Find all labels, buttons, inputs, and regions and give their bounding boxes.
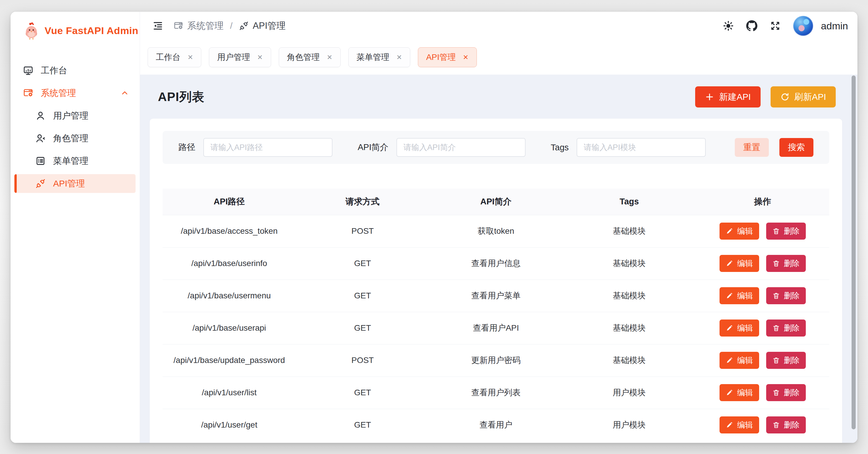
tab-api[interactable]: API管理 ✕ [418,47,476,67]
search-button[interactable]: 搜索 [779,138,813,157]
cell-summary: 更新用户密码 [429,344,562,376]
delete-button[interactable]: 删除 [766,417,806,433]
edit-button[interactable]: 编辑 [719,255,759,272]
cell-summary: 查看用户 [429,409,562,441]
brand-logo: Vue FastAPI Admin [10,12,140,49]
table-row: /api/v1/user/list GET 查看用户列表 用户模块 编辑 删除 [162,376,829,409]
plus-icon [705,92,714,102]
summary-input[interactable] [397,138,526,157]
api-table-body: /api/v1/base/access_token POST 获取token 基… [162,215,829,441]
edit-button[interactable]: 编辑 [719,223,759,239]
delete-button[interactable]: 删除 [766,384,806,401]
tab-close-icon[interactable]: ✕ [257,53,262,61]
sidebar-item-roles[interactable]: 角色管理 [14,129,135,148]
delete-button[interactable]: 删除 [766,223,806,239]
cell-api-path: /api/v1/base/userapi [162,312,296,344]
username[interactable]: admin [821,20,848,32]
create-api-button[interactable]: 新建API [695,86,760,108]
table-row: /api/v1/base/userinfo GET 查看用户信息 基础模块 编辑… [162,247,829,280]
refresh-api-button[interactable]: 刷新API [771,86,836,108]
table-row: /api/v1/base/access_token POST 获取token 基… [162,215,829,247]
table-row: /api/v1/user/get GET 查看用户 用户模块 编辑 删除 [162,409,829,441]
reset-button[interactable]: 重置 [735,138,769,157]
filter-buttons: 重置 搜索 [735,138,813,157]
chick-mascot-icon [24,22,39,40]
trash-icon [772,389,780,396]
page-header: API列表 新建API 刷新API [150,86,842,108]
sidebar-item-label: 角色管理 [53,133,88,144]
window-gear-icon [174,21,183,31]
avatar[interactable] [793,16,813,36]
tags-input[interactable] [577,138,706,157]
table-row: /api/v1/base/userapi GET 查看用户API 基础模块 编辑… [162,312,829,344]
filter-path: 路径 [178,138,333,157]
path-input[interactable] [204,138,333,157]
tab-users[interactable]: 用户管理 ✕ [209,47,271,67]
person-arrow-icon [35,133,46,144]
table-row: /api/v1/base/usermenu GET 查看用户菜单 基础模块 编辑… [162,280,829,312]
breadcrumb-item-system[interactable]: 系统管理 [174,20,224,32]
edit-button[interactable]: 编辑 [719,352,759,369]
delete-button[interactable]: 删除 [766,352,806,369]
cell-summary: 获取token [429,215,562,247]
main-content: API列表 新建API 刷新API 路径 [140,75,858,443]
window-gear-icon [23,88,33,98]
cell-method: POST [296,215,429,247]
trash-icon [772,324,780,332]
collapse-sidebar-icon[interactable] [152,20,163,31]
sidebar-item-label: 工作台 [41,65,67,77]
trash-icon [772,292,780,300]
tab-workbench[interactable]: 工作台 ✕ [148,47,201,67]
list-icon [35,155,46,166]
cell-actions: 编辑 删除 [696,247,829,280]
pencil-icon [726,260,733,267]
tab-menus[interactable]: 菜单管理 ✕ [348,47,410,67]
edit-button[interactable]: 编辑 [719,384,759,401]
cell-method: GET [296,376,429,409]
theme-sun-icon[interactable] [723,20,734,31]
tab-roles[interactable]: 角色管理 ✕ [279,47,341,67]
tab-close-icon[interactable]: ✕ [187,53,193,61]
pencil-icon [726,292,733,300]
cell-tags: 基础模块 [562,280,696,312]
breadcrumb-item-api[interactable]: API管理 [239,20,285,32]
page-title: API列表 [158,89,205,105]
edit-button[interactable]: 编辑 [719,319,759,337]
tags-label: Tags [551,143,569,152]
sidebar-item-users[interactable]: 用户管理 [14,106,135,125]
pencil-icon [726,389,733,396]
cell-api-path: /api/v1/base/usermenu [162,280,296,312]
col-method: 请求方式 [296,189,429,215]
sidebar-item-workbench[interactable]: 工作台 [14,61,135,80]
col-summary: API简介 [429,189,562,215]
cell-actions: 编辑 删除 [696,409,829,441]
delete-button[interactable]: 删除 [766,319,806,337]
sidebar-item-system[interactable]: 系统管理 [14,84,135,103]
delete-button[interactable]: 删除 [766,255,806,272]
fullscreen-icon[interactable] [770,20,781,31]
edit-button[interactable]: 编辑 [719,287,759,304]
cell-method: POST [296,344,429,376]
col-actions: 操作 [696,189,829,215]
cell-summary: 查看用户信息 [429,247,562,280]
trash-icon [772,227,780,235]
sidebar-item-api[interactable]: API管理 [14,174,135,193]
edit-button[interactable]: 编辑 [719,417,759,433]
topbar-actions: admin [723,16,848,36]
sidebar-menu: 工作台 系统管理 用户管理 角色管理 菜单管理 API管理 [10,49,140,193]
filter-summary: API简介 [358,138,526,157]
github-icon[interactable] [746,20,757,31]
plug-icon [35,178,46,189]
chevron-up-icon [120,89,129,97]
scrollbar-thumb[interactable] [851,76,856,429]
tab-close-icon[interactable]: ✕ [327,53,333,61]
sidebar-item-menus[interactable]: 菜单管理 [14,151,135,170]
content-card: 路径 API简介 Tags 重置 搜索 [150,119,842,443]
cell-tags: 基础模块 [562,312,696,344]
tab-close-icon[interactable]: ✕ [463,53,468,61]
delete-button[interactable]: 删除 [766,287,806,304]
cell-api-path: /api/v1/base/userinfo [162,247,296,280]
cell-summary: 查看用户列表 [429,376,562,409]
col-tags: Tags [562,189,696,215]
tab-close-icon[interactable]: ✕ [397,53,402,61]
